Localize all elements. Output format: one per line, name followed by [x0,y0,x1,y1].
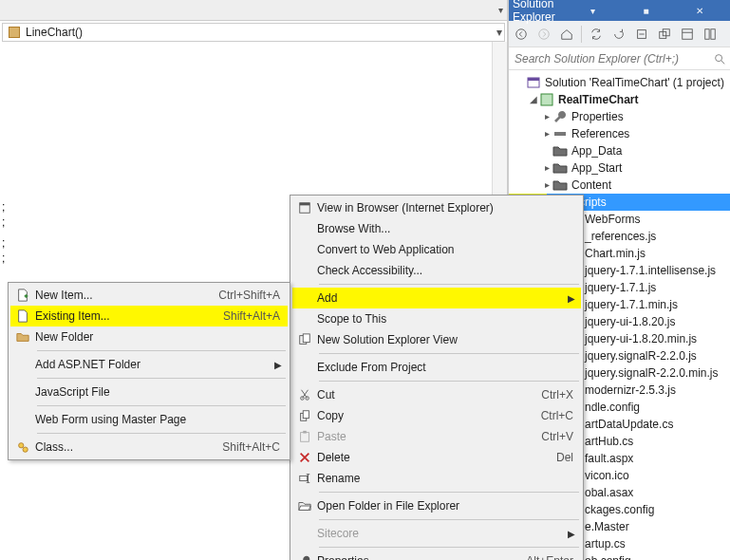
appstart-node[interactable]: ▸App_Start [509,159,730,177]
context-menu-main-item[interactable]: Check Accessibility... [292,260,581,281]
collapse-button[interactable] [633,26,650,43]
menu-item-label: Cut [317,388,505,401]
split-view-icon[interactable]: ▾ [492,23,507,42]
content-node[interactable]: ▸Content [509,177,730,194]
project-node[interactable]: ◢ RealTimeChart [509,91,730,108]
folder-icon [552,160,568,176]
svg-point-1 [539,28,550,39]
tree-label: jquery.signalR-2.2.0.min.js [585,364,719,382]
member-dropdown-text: LineChart() [26,26,83,39]
context-menu-add-item[interactable]: Class...Shift+Alt+C [10,437,288,457]
expand-icon[interactable]: ◢ [528,91,539,108]
solution-search[interactable] [509,47,730,70]
new-view-icon [292,333,317,346]
submenu-arrow-icon: ▶ [274,360,288,370]
expand-icon[interactable]: ▸ [541,177,552,194]
context-menu-add-item[interactable]: New Item...Ctrl+Shift+A [10,285,288,306]
pin-icon[interactable]: ■ [620,6,673,16]
sync-button[interactable] [588,26,605,43]
context-menu-main-item[interactable]: PropertiesAlt+Enter [292,551,581,560]
tree-label: App_Start [571,159,622,177]
tree-label: jquery.signalR-2.2.0.js [585,347,697,364]
context-menu-main-item: PasteCtrl+V [292,426,581,447]
properties-button[interactable] [679,26,696,43]
tree-label: obal.asax [585,484,633,501]
solution-search-input[interactable] [513,51,713,66]
menu-item-label: Class... [35,440,212,454]
context-menu-main-item[interactable]: Convert to Web Application [292,239,581,260]
preview-button[interactable] [702,26,719,43]
menu-item-label: Browse With... [317,222,581,235]
new-item-icon [10,289,35,302]
context-menu-main-item[interactable]: Rename [292,468,581,489]
refresh-button[interactable] [610,26,627,43]
context-menu-add-item[interactable]: JavaScript File [10,382,288,402]
context-menu-main-item[interactable]: Open Folder in File Explorer [292,495,581,516]
context-menu-main-item[interactable]: New Solution Explorer View [292,329,581,350]
svg-point-27 [23,447,28,452]
context-menu-add-item[interactable]: Web Form using Master Page [10,409,288,430]
svg-rect-18 [303,334,309,343]
svg-rect-14 [562,132,566,136]
svg-point-26 [19,443,24,448]
svg-rect-11 [541,94,552,105]
menu-separator [37,378,286,379]
context-menu-add-item[interactable]: Existing Item...Shift+Alt+A [10,306,288,327]
context-menu-main-item[interactable]: DeleteDel [292,447,581,468]
menu-item-label: New Item... [35,289,212,302]
submenu-arrow-icon: ▶ [568,293,581,304]
context-menu-add-item[interactable]: New Folder [10,327,288,347]
tree-label: _references.js [585,228,656,245]
project-label: RealTimeChart [558,91,638,108]
member-dropdown[interactable]: LineChart() [2,23,505,42]
context-menu-add: New Item...Ctrl+Shift+AExisting Item...S… [8,282,290,460]
solution-explorer-titlebar[interactable]: Solution Explorer ▾ ■ ✕ [509,0,730,21]
tab-overflow-icon[interactable]: ▾ [498,5,503,15]
menu-item-label: View in Browser (Internet Explorer) [317,201,581,215]
menu-item-label: Open Folder in File Explorer [317,499,581,513]
menu-item-label: Web Form using Master Page [35,413,288,426]
expand-icon[interactable]: ▸ [541,108,552,125]
menu-separator [319,353,579,354]
context-menu-main-item[interactable]: Scope to This [292,308,581,329]
properties-node[interactable]: ▸Properties [509,108,730,125]
forward-button[interactable] [535,26,552,43]
close-icon[interactable]: ✕ [673,6,726,16]
back-button[interactable] [513,26,530,43]
expand-icon[interactable]: ▸ [541,159,552,177]
context-menu-main-item[interactable]: Browse With... [292,218,581,239]
menu-separator [37,405,286,406]
context-menu-main-item[interactable]: CutCtrl+X [292,384,581,405]
references-node[interactable]: ▸References [509,125,730,142]
appdata-node[interactable]: App_Data [509,142,730,159]
menu-item-label: Check Accessibility... [317,264,581,277]
menu-item-label: Existing Item... [35,309,212,323]
show-all-button[interactable] [656,26,673,43]
solution-node[interactable]: Solution 'RealTimeChart' (1 project) [509,74,730,91]
context-menu-main-item[interactable]: View in Browser (Internet Explorer) [292,197,581,218]
folder-icon [552,143,568,159]
home-button[interactable] [558,26,575,43]
menu-item-label: Properties [317,554,505,560]
menu-shortcut: Del [505,451,581,464]
svg-rect-6 [705,28,709,39]
tree-label: artDataUpdate.cs [585,416,673,433]
context-menu-main-item[interactable]: CopyCtrl+C [292,405,581,426]
tree-label: vicon.ico [585,467,629,484]
tree-label: ckages.config [585,501,654,518]
svg-rect-12 [554,132,558,136]
context-menu-add-item[interactable]: Add ASP.NET Folder▶ [10,354,288,375]
context-menu-main-item[interactable]: Exclude From Project [292,357,581,378]
paste-icon [292,430,317,443]
copy-icon [292,409,317,422]
browser-icon [292,201,317,215]
solution-explorer-toolbar [509,21,730,47]
svg-rect-23 [301,433,309,442]
window-menu-icon[interactable]: ▾ [566,6,619,16]
expand-icon[interactable]: ▸ [541,125,552,142]
tree-label: Content [571,177,611,194]
menu-item-label: Rename [317,472,581,485]
tree-label: fault.aspx [585,450,633,467]
context-menu-main-item[interactable]: Add▶ [292,288,581,308]
properties-icon [292,554,317,560]
